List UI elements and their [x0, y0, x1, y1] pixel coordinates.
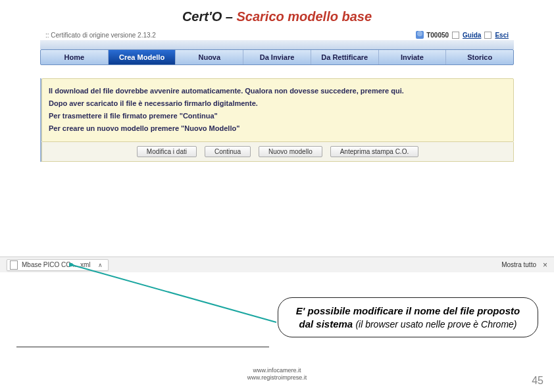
- slide-title: Cert'O – Scarico modello base: [0, 0, 554, 30]
- callout-rest: (il browser usato nelle prove è Chrome): [355, 319, 516, 330]
- app-frame: :: Certificato di origine versione 2.13.…: [40, 30, 514, 162]
- msg-line-2: Dopo aver scaricato il file è necessario…: [49, 99, 507, 109]
- topbar-right: T00050 Guida Esci: [416, 31, 509, 39]
- tab-crea-modello[interactable]: Crea Modello: [109, 50, 176, 64]
- close-download-bar[interactable]: ×: [543, 260, 547, 270]
- download-bar-right: Mostra tutto ×: [501, 260, 547, 270]
- user-code: T00050: [426, 32, 449, 39]
- tab-da-inviare[interactable]: Da Inviare: [243, 50, 311, 64]
- download-chip[interactable]: Mbase PICO CO ....xml ∧: [7, 259, 109, 271]
- header-gradient: [40, 40, 514, 49]
- modifica-button[interactable]: Modifica i dati: [137, 146, 197, 157]
- tab-da-rettificare[interactable]: Da Rettificare: [311, 50, 379, 64]
- chevron-up-icon: ∧: [98, 262, 103, 268]
- browser-download-bar: Mbase PICO CO ....xml ∧ Mostra tutto ×: [0, 257, 554, 272]
- callout-bubble: E' possibile modificare il nome del file…: [278, 297, 538, 337]
- button-row: Modifica i dati Continua Nuovo modello A…: [41, 142, 514, 162]
- tab-home[interactable]: Home: [41, 50, 109, 64]
- esci-link[interactable]: Esci: [495, 32, 509, 39]
- svg-line-0: [72, 265, 276, 322]
- guida-link[interactable]: Guida: [463, 32, 481, 39]
- continua-button[interactable]: Continua: [205, 146, 251, 157]
- guide-icon: [452, 32, 459, 39]
- annotation-arrow: [69, 263, 280, 355]
- divider-line: [16, 347, 269, 347]
- msg-line-1: Il download del file dovrebbe avvenire a…: [49, 86, 507, 97]
- user-icon: [416, 31, 424, 39]
- topbar: :: Certificato di origine versione 2.13.…: [40, 30, 514, 40]
- footer-link-1: www.infocamere.it: [0, 367, 554, 374]
- footer-link-2: www.registroimprese.it: [0, 374, 554, 381]
- content-panel: Il download del file dovrebbe avvenire a…: [40, 78, 514, 162]
- file-icon: [10, 260, 18, 270]
- anteprima-button[interactable]: Anteprima stampa C.O.: [330, 146, 418, 157]
- tab-storico[interactable]: Storico: [446, 50, 513, 64]
- download-filename: Mbase PICO CO ....xml: [22, 261, 90, 268]
- slide-title-red: Scarico modello base: [236, 9, 372, 24]
- slide-title-black: Cert'O –: [182, 9, 237, 24]
- nuovo-modello-button[interactable]: Nuovo modello: [259, 146, 322, 157]
- msg-line-3: Per trasmettere il file firmato premere …: [49, 111, 507, 122]
- mostra-tutto-link[interactable]: Mostra tutto: [501, 261, 536, 268]
- message-box: Il download del file dovrebbe avvenire a…: [41, 78, 514, 142]
- page-number: 45: [532, 375, 543, 387]
- menubar: Home Crea Modello Nuova Da Inviare Da Re…: [40, 49, 514, 65]
- msg-line-4: Per creare un nuovo modello premere "Nuo…: [49, 124, 507, 134]
- version-label: :: Certificato di origine versione 2.13.…: [45, 32, 156, 39]
- exit-icon: [484, 32, 491, 39]
- footer-links: www.infocamere.it www.registroimprese.it: [0, 367, 554, 381]
- tab-inviate[interactable]: Inviate: [379, 50, 447, 64]
- tab-nuova[interactable]: Nuova: [176, 50, 243, 64]
